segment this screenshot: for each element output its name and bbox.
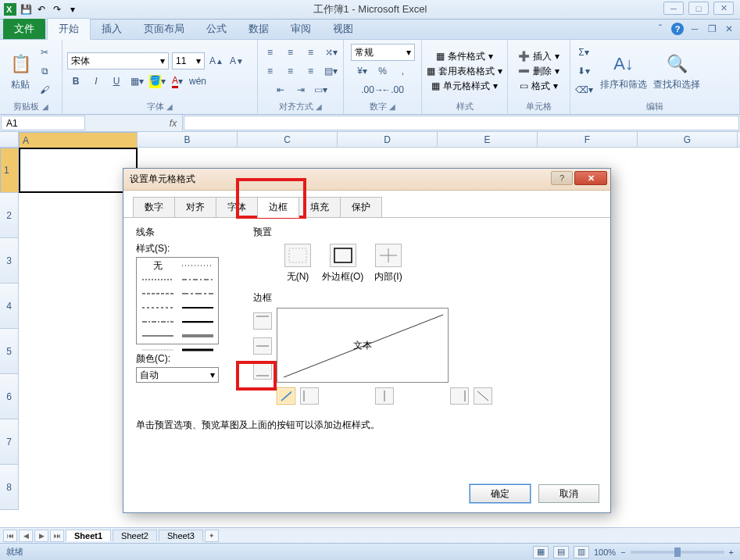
autosum-icon[interactable]: Σ▾ xyxy=(575,44,592,61)
tab-data[interactable]: 数据 xyxy=(238,19,280,39)
cell-a1[interactable] xyxy=(19,148,138,193)
dialog-tab-protection[interactable]: 保护 xyxy=(340,197,382,217)
cells-area[interactable] xyxy=(19,148,138,193)
sheet-nav-prev[interactable]: ◀ xyxy=(19,530,33,542)
dialog-title-bar[interactable]: 设置单元格格式 ? ✕ xyxy=(123,169,610,191)
ok-button[interactable]: 确定 xyxy=(470,484,531,503)
minimize-ribbon-icon[interactable]: ˇ xyxy=(654,23,667,35)
view-page-break-icon[interactable]: ▥ xyxy=(574,546,589,558)
row-header-4[interactable]: 4 xyxy=(0,284,19,329)
format-cells-button[interactable]: ▭格式▾ xyxy=(520,80,558,93)
row-header-7[interactable]: 7 xyxy=(0,419,19,465)
sheet-tab-2[interactable]: Sheet2 xyxy=(113,530,157,541)
new-sheet-button[interactable]: ✦ xyxy=(205,530,219,542)
file-tab[interactable]: 文件 xyxy=(3,19,45,39)
copy-icon[interactable]: ⧉ xyxy=(36,62,53,80)
number-format-select[interactable]: 常规▾ xyxy=(351,44,415,61)
phonetic-icon[interactable]: wén xyxy=(189,73,206,90)
clipboard-launcher-icon[interactable]: ◢ xyxy=(42,102,48,111)
border-diagonal-up-button[interactable] xyxy=(277,387,295,405)
line-style-13[interactable] xyxy=(178,344,216,356)
border-diagonal-down-button[interactable] xyxy=(474,387,492,405)
col-header-c[interactable]: C xyxy=(238,132,338,147)
dialog-tab-alignment[interactable]: 对齐 xyxy=(174,197,216,217)
delete-cells-button[interactable]: ➖删除▾ xyxy=(518,65,559,78)
row-header-3[interactable]: 3 xyxy=(0,238,19,284)
preset-none[interactable]: 无(N) xyxy=(284,244,311,284)
formula-input[interactable] xyxy=(184,116,739,130)
tab-formulas[interactable]: 公式 xyxy=(195,19,238,39)
view-page-layout-icon[interactable]: ▤ xyxy=(553,546,569,558)
tab-review[interactable]: 审阅 xyxy=(280,19,322,39)
decrease-decimal-icon[interactable]: ←.00 xyxy=(384,81,402,98)
border-left-button[interactable] xyxy=(300,387,319,405)
conditional-format-button[interactable]: ▦ 条件格式▾ xyxy=(436,50,493,63)
zoom-thumb[interactable] xyxy=(674,548,681,557)
comma-icon[interactable]: , xyxy=(395,62,412,80)
border-top-button[interactable] xyxy=(253,312,272,330)
paste-button[interactable]: 📋 粘贴 xyxy=(5,50,36,93)
border-bottom-button[interactable] xyxy=(253,362,272,380)
dialog-help-button[interactable]: ? xyxy=(551,171,573,185)
find-select-button[interactable]: 🔍 查找和选择 xyxy=(650,50,703,93)
dialog-tab-number[interactable]: 数字 xyxy=(133,197,175,217)
tab-page-layout[interactable]: 页面布局 xyxy=(133,19,195,39)
help-icon[interactable]: ? xyxy=(671,23,684,35)
name-box[interactable]: A1 xyxy=(1,116,85,130)
undo-icon[interactable]: ↶ xyxy=(34,2,48,16)
border-color-select[interactable]: 自动 ▾ xyxy=(136,367,219,383)
dialog-close-button[interactable]: ✕ xyxy=(574,171,607,185)
fill-color-button[interactable]: 🪣▾ xyxy=(148,73,166,90)
align-left-icon[interactable]: ≡ xyxy=(262,62,279,80)
cell-styles-button[interactable]: ▦ 单元格样式▾ xyxy=(431,80,498,93)
currency-icon[interactable]: ¥▾ xyxy=(354,62,371,80)
line-style-5[interactable] xyxy=(178,287,216,300)
redo-icon[interactable]: ↷ xyxy=(50,2,64,16)
border-preview[interactable]: 文本 xyxy=(277,308,449,383)
sheet-nav-last[interactable]: ⏭ xyxy=(50,530,64,542)
line-style-9[interactable] xyxy=(178,316,216,328)
line-style-2[interactable] xyxy=(138,273,177,286)
tab-view[interactable]: 视图 xyxy=(322,19,364,39)
cancel-button[interactable]: 取消 xyxy=(538,484,599,503)
dialog-tab-font[interactable]: 字体 xyxy=(216,197,258,217)
number-launcher-icon[interactable]: ◢ xyxy=(389,102,395,111)
sheet-tab-1[interactable]: Sheet1 xyxy=(66,530,111,541)
preset-outline[interactable]: 外边框(O) xyxy=(322,244,363,284)
italic-button[interactable]: I xyxy=(88,73,105,90)
row-header-8[interactable]: 8 xyxy=(0,465,19,510)
percent-icon[interactable]: % xyxy=(374,62,391,80)
row-header-1[interactable]: 1 xyxy=(0,148,19,193)
view-normal-icon[interactable]: ▦ xyxy=(533,546,549,558)
table-format-button[interactable]: ▦ 套用表格格式▾ xyxy=(427,65,502,78)
sheet-nav-first[interactable]: ⏮ xyxy=(3,530,17,542)
font-name-select[interactable]: 宋体▾ xyxy=(67,52,169,70)
dialog-tab-border[interactable]: 边框 xyxy=(257,197,299,218)
font-size-select[interactable]: 11▾ xyxy=(172,52,205,70)
fill-icon[interactable]: ⬇▾ xyxy=(575,62,592,80)
tab-home[interactable]: 开始 xyxy=(47,18,91,40)
underline-button[interactable]: U xyxy=(108,73,125,90)
align-launcher-icon[interactable]: ◢ xyxy=(316,102,322,111)
col-header-b[interactable]: B xyxy=(138,132,238,147)
col-header-d[interactable]: D xyxy=(338,132,438,147)
doc-restore-icon[interactable]: ❐ xyxy=(706,23,718,35)
zoom-slider[interactable] xyxy=(631,551,724,554)
select-all-corner[interactable] xyxy=(0,132,19,147)
zoom-out-button[interactable]: − xyxy=(620,548,625,557)
align-top-icon[interactable]: ≡ xyxy=(262,44,279,61)
sheet-tab-3[interactable]: Sheet3 xyxy=(159,530,203,541)
preset-inside[interactable]: 内部(I) xyxy=(374,244,402,284)
decrease-font-icon[interactable]: A▼ xyxy=(228,52,245,70)
border-middle-v-button[interactable] xyxy=(375,387,394,405)
font-launcher-icon[interactable]: ◢ xyxy=(166,102,173,111)
merge-icon[interactable]: ▭▾ xyxy=(313,81,330,98)
line-style-4[interactable] xyxy=(138,287,177,300)
maximize-button[interactable]: □ xyxy=(688,2,709,15)
col-header-g[interactable]: G xyxy=(638,132,738,147)
line-style-6[interactable] xyxy=(138,301,177,314)
col-header-f[interactable]: F xyxy=(538,132,638,147)
sort-filter-button[interactable]: А↓ 排序和筛选 xyxy=(597,50,650,93)
border-button[interactable]: ▦▾ xyxy=(128,73,145,90)
border-middle-h-button[interactable] xyxy=(253,337,272,355)
